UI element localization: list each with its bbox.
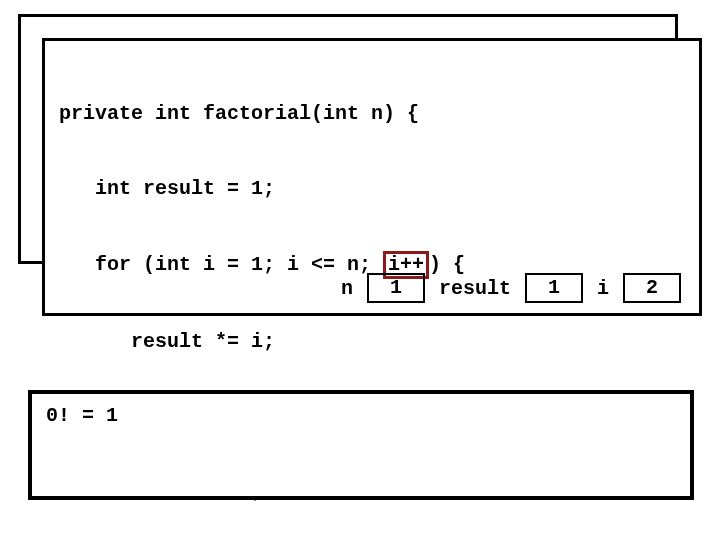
var-result-value: 1: [525, 273, 583, 303]
output-line-1: 0! = 1: [46, 404, 118, 427]
stack-frame-front: private int factorial(int n) { int resul…: [42, 38, 702, 316]
var-i-value: 2: [623, 273, 681, 303]
var-result-label: result: [439, 277, 511, 300]
var-n-value: 1: [367, 273, 425, 303]
variables-row: n 1 result 1 i 2: [45, 273, 699, 303]
output-console: 0! = 1: [28, 390, 694, 500]
code-line-4: result *= i;: [59, 329, 685, 354]
code-line-1: private int factorial(int n) {: [59, 101, 685, 126]
var-n-label: n: [341, 277, 353, 300]
code-line-2: int result = 1;: [59, 176, 685, 201]
var-i-label: i: [597, 277, 609, 300]
